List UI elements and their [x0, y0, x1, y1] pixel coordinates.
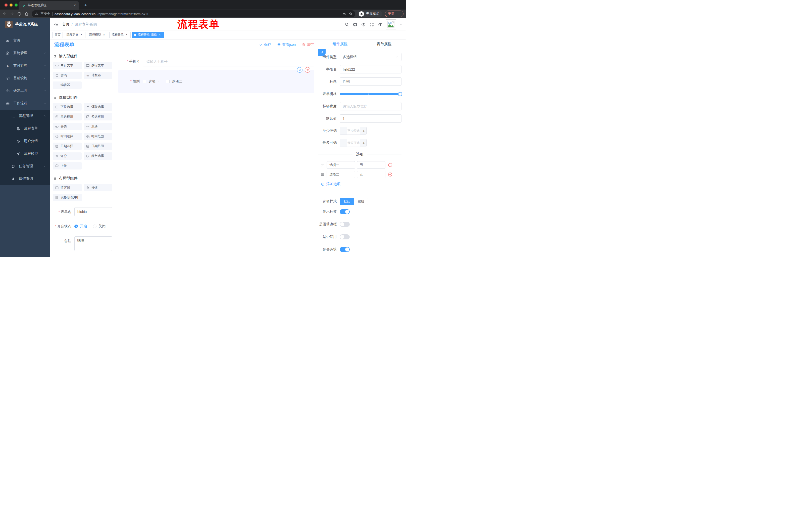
reload-icon[interactable] — [17, 11, 22, 16]
palette-item-单选框组[interactable]: 单选框组 — [53, 113, 82, 120]
gender-checkbox-选项二[interactable]: 选项二 — [166, 79, 182, 84]
tab-表单属性[interactable]: 表单属性 — [362, 39, 406, 49]
form-name-input[interactable] — [75, 207, 112, 216]
avatar-caret-icon[interactable] — [400, 23, 403, 26]
tab-首页[interactable]: 首页 — [52, 32, 63, 38]
tab-组件属性[interactable]: 组件属性 — [318, 39, 362, 49]
back-icon[interactable] — [2, 11, 7, 16]
window-close-button[interactable] — [4, 3, 7, 6]
bookmark-star-icon[interactable] — [349, 12, 353, 16]
duplicate-component-button[interactable] — [297, 67, 302, 73]
gender-checkbox-选项一[interactable]: 选项一 — [143, 79, 159, 84]
title-input[interactable] — [340, 77, 402, 86]
breadcrumb-home[interactable]: 首页 — [62, 22, 69, 27]
stepper-increase-button[interactable]: + — [360, 127, 367, 135]
add-option-button[interactable]: 添加选项 — [321, 182, 402, 186]
palette-item-滑块[interactable]: 滑块 — [84, 123, 113, 130]
tab-流程模型[interactable]: 流程模型× — [87, 32, 108, 38]
default-value-input[interactable] — [340, 114, 402, 123]
palette-item-密码[interactable]: 密码 — [53, 72, 82, 79]
option-value-input[interactable] — [357, 161, 385, 169]
view-json-button[interactable]: 查看json — [277, 43, 296, 47]
option-label-input[interactable] — [327, 171, 355, 178]
palette-item-单行文本[interactable]: 单行文本 — [53, 62, 82, 69]
palette-item-颜色选择[interactable]: 颜色选择 — [84, 153, 113, 160]
remove-option-button[interactable] — [388, 162, 393, 167]
min-select-stepper[interactable]: − 至少应选 + — [340, 127, 367, 135]
tag-close-icon[interactable]: × — [102, 33, 106, 37]
window-minimize-button[interactable] — [9, 3, 12, 6]
tab-流程表单-编辑[interactable]: 流程表单-编辑× — [132, 32, 164, 38]
toggle-是否必填[interactable] — [340, 247, 350, 252]
sidebar-item-任务管理[interactable]: 任务管理 — [0, 160, 50, 172]
tab-流程表单[interactable]: 流程表单× — [109, 32, 130, 38]
sidebar-item-用户分组[interactable]: 用户分组 — [0, 135, 50, 147]
new-tab-button[interactable]: + — [82, 2, 89, 8]
search-icon[interactable] — [344, 22, 349, 27]
sidebar-item-请假查询[interactable]: 请假查询 — [0, 172, 50, 185]
sidebar-item-流程表单[interactable]: 流程表单 — [0, 122, 50, 135]
palette-item-编辑器[interactable]: 编辑器 — [53, 81, 82, 89]
password-key-icon[interactable] — [343, 12, 347, 16]
drag-handle-icon[interactable] — [320, 163, 325, 167]
drag-handle-icon[interactable] — [320, 172, 325, 177]
form-remark-textarea[interactable]: 嘿嘿 — [75, 236, 112, 251]
status-radio-开启[interactable]: 开启 — [75, 224, 87, 228]
stepper-decrease-button[interactable]: − — [340, 139, 347, 146]
tab-流程定义[interactable]: 流程定义× — [64, 32, 85, 38]
browser-tab[interactable]: 芋道管理系统 × — [19, 1, 79, 9]
data-binding-tab[interactable] — [318, 49, 326, 56]
delete-component-button[interactable] — [305, 67, 310, 73]
palette-item-时间选择[interactable]: 时间选择 — [53, 133, 82, 140]
palette-item-日期范围[interactable]: 日期范围 — [84, 142, 113, 150]
palette-item-上传[interactable]: 上传 — [53, 162, 82, 169]
browser-menu-dots-icon[interactable] — [397, 12, 401, 16]
option-value-input[interactable] — [357, 171, 385, 178]
clear-button[interactable]: 清空 — [302, 43, 314, 47]
canvas-field-phone[interactable]: 手机号 — [118, 57, 314, 66]
palette-item-计数器[interactable]: 123计数器 — [84, 72, 113, 79]
palette-item-开关[interactable]: 开关 — [53, 123, 82, 130]
component-type-select[interactable]: 多选框组 — [340, 53, 402, 61]
palette-item-按钮[interactable]: 按钮 — [84, 184, 113, 191]
palette-item-多行文本[interactable]: 多行文本 — [84, 62, 113, 69]
window-zoom-button[interactable] — [14, 3, 18, 6]
slider-handle[interactable] — [398, 92, 402, 96]
palette-item-下拉选择[interactable]: 下拉选择 — [53, 103, 82, 111]
form-canvas[interactable]: 手机号 性别 选项一选项二 — [115, 50, 318, 257]
fullscreen-icon[interactable] — [369, 22, 374, 27]
option-style-按钮[interactable]: 按钮 — [354, 198, 368, 205]
toggle-是否带边框[interactable] — [340, 222, 350, 227]
save-button[interactable]: 保存 — [259, 43, 271, 47]
sidebar-collapse-icon[interactable] — [54, 22, 59, 27]
remove-option-button[interactable] — [388, 172, 393, 177]
palette-item-行容器[interactable]: 行容器 — [53, 184, 82, 191]
field-name-input[interactable] — [340, 65, 402, 74]
address-bar[interactable]: 不安全 dashboard.yudao.iocoder.cn/bpm/manag… — [32, 10, 355, 17]
palette-item-评分[interactable]: 评分 — [53, 153, 82, 160]
tab-close-icon[interactable]: × — [72, 3, 77, 7]
browser-update-button[interactable]: 更新 — [385, 10, 404, 17]
github-icon[interactable] — [353, 22, 357, 27]
sidebar-item-支付管理[interactable]: ¥支付管理 — [0, 59, 50, 72]
sidebar-item-首页[interactable]: 首页 — [0, 34, 50, 47]
palette-item-级联选择[interactable]: 级联选择 — [84, 103, 113, 111]
label-width-input[interactable] — [340, 102, 402, 110]
tag-close-icon[interactable]: × — [80, 33, 83, 37]
font-size-icon[interactable] — [378, 22, 382, 27]
tag-close-icon[interactable]: × — [158, 33, 162, 37]
palette-item-时间范围[interactable]: 时间范围 — [84, 133, 113, 140]
sidebar-item-系统管理[interactable]: 系统管理 — [0, 47, 50, 59]
form-grid-slider[interactable] — [340, 90, 402, 98]
status-radio-关闭[interactable]: 关闭 — [93, 224, 106, 228]
palette-item-日期选择[interactable]: 日期选择 — [53, 142, 82, 150]
avatar[interactable] — [386, 19, 396, 29]
palette-item-多选框组[interactable]: 多选框组 — [84, 113, 113, 120]
sidebar-item-基础设施[interactable]: 基础设施 — [0, 72, 50, 84]
option-label-input[interactable] — [327, 161, 355, 169]
stepper-increase-button[interactable]: + — [360, 139, 367, 146]
forward-icon[interactable] — [10, 11, 14, 16]
help-icon[interactable] — [361, 22, 366, 27]
toggle-显示标签[interactable] — [340, 209, 350, 214]
sidebar-item-工作流程[interactable]: 工作流程 — [0, 97, 50, 110]
